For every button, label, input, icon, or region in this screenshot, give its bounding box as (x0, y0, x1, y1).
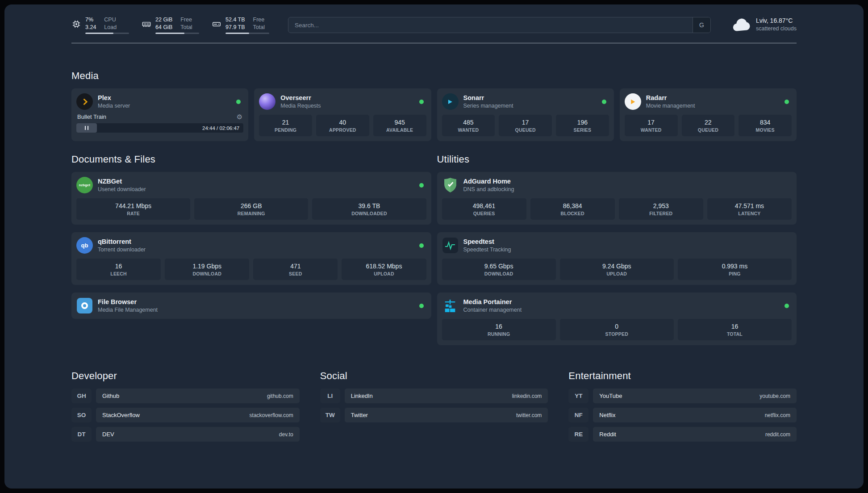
bookmark-link[interactable]: LinkedIn linkedin.com (345, 389, 548, 403)
bookmark-link[interactable]: Netflix netflix.com (593, 408, 797, 422)
bookmark-group-title: Developer (71, 370, 300, 382)
stat-tile: 618.52 Mbps UPLOAD (342, 259, 426, 280)
service-card-adguard[interactable]: AdGuard Home DNS and adblocking 498,461 … (437, 172, 797, 225)
bookmark-url: reddit.com (765, 431, 790, 438)
bookmark-group-title: Social (320, 370, 548, 382)
service-card-filebrowser[interactable]: File Browser Media File Management (71, 292, 431, 319)
stats-row: 744.21 Mbps RATE 266 GB REMAINING 39.6 T… (76, 198, 426, 220)
bookmark-abbr[interactable]: SO (71, 408, 92, 422)
media-grid: Plex Media server Bullet Train ⚙ 24:44 /… (71, 88, 797, 141)
stat-tile: 0 STOPPED (560, 319, 674, 340)
player-progress-bar[interactable]: 24:44 / 02:06:47 (76, 123, 243, 133)
filebrowser-icon (76, 297, 93, 314)
status-dot (419, 243, 424, 248)
bookmark-abbr[interactable]: YT (568, 389, 588, 403)
bookmark-url: youtube.com (760, 393, 790, 399)
bookmark-stackoverflow[interactable]: SO StackOverflow stackoverflow.com (71, 408, 300, 422)
bookmark-link[interactable]: DEV dev.to (96, 427, 300, 442)
bookmark-abbr[interactable]: GH (71, 389, 92, 403)
stat-tile: 86,384 BLOCKED (530, 198, 615, 220)
stat-label: WANTED (444, 127, 493, 133)
bookmark-abbr[interactable]: NF (568, 408, 588, 422)
cpu-usage-bar (85, 33, 129, 34)
disk-free-label: Free (253, 16, 265, 24)
service-text: NZBGet Usenet downloader (98, 178, 146, 192)
stat-tile: 9.65 Gbps DOWNLOAD (442, 259, 556, 280)
stat-tile: 2,953 FILTERED (619, 198, 703, 220)
bookmark-abbr[interactable]: LI (320, 389, 340, 403)
weather-location: Lviv, 16.87°C (756, 17, 797, 24)
weather-widget: Lviv, 16.87°C scattered clouds (731, 17, 797, 32)
stat-label: QUERIES (444, 211, 525, 216)
bookmark-url: linkedin.com (512, 393, 542, 399)
cpu-load-value: 3.24 (85, 24, 96, 31)
stats-row: 17 WANTED 22 QUEUED 834 MOVIES (625, 115, 792, 136)
cpu-icon (71, 19, 81, 29)
sonarr-icon (442, 93, 459, 110)
bookmark-list: YT YouTube youtube.com NF Netflix netfli… (568, 389, 797, 442)
bookmark-url: dev.to (279, 431, 293, 438)
stat-value: 618.52 Mbps (343, 263, 424, 270)
service-card-speedtest[interactable]: Speedtest Speedtest Tracking 9.65 Gbps D… (437, 232, 797, 285)
stat-value: 834 (740, 119, 790, 126)
bookmark-abbr[interactable]: RE (568, 427, 588, 442)
bookmark-name: DEV (102, 431, 114, 438)
bookmark-abbr[interactable]: DT (71, 427, 92, 442)
bookmark-group-social: Social LI LinkedIn linkedin.com TW Twitt… (320, 370, 548, 442)
service-card-qbittorrent[interactable]: qb qBittorrent Torrent downloader 16 LEE… (71, 232, 431, 285)
bookmark-name: Reddit (599, 431, 616, 438)
adguard-icon (442, 177, 459, 193)
memory-widget: 22 GiB 64 GiB Free Total (142, 16, 199, 34)
stat-label: LATENCY (709, 211, 790, 216)
service-card-overseerr[interactable]: Overseerr Media Requests 21 PENDING 40 A… (254, 88, 431, 141)
bookmark-abbr[interactable]: TW (320, 408, 340, 422)
bookmark-link[interactable]: Github github.com (96, 389, 300, 403)
bookmark-link[interactable]: StackOverflow stackoverflow.com (96, 408, 300, 422)
bookmark-link[interactable]: Reddit reddit.com (593, 427, 797, 442)
bookmark-netflix[interactable]: NF Netflix netflix.com (568, 408, 797, 422)
search-provider-button[interactable]: G (693, 17, 710, 33)
stats-row: 9.65 Gbps DOWNLOAD 9.24 Gbps UPLOAD 0.99… (442, 259, 792, 280)
bookmark-reddit[interactable]: RE Reddit reddit.com (568, 427, 797, 442)
stat-value: 744.21 Mbps (78, 202, 188, 209)
bookmark-name: Github (102, 393, 119, 399)
bookmark-github[interactable]: GH Github github.com (71, 389, 300, 403)
cloud-icon (731, 17, 751, 32)
bookmark-link[interactable]: YouTube youtube.com (593, 389, 797, 403)
stat-label: LEECH (78, 271, 159, 276)
service-text: File Browser Media File Management (98, 298, 158, 313)
dashboard-panel: 7% 3.24 CPU Load (4, 4, 864, 489)
bookmark-linkedin[interactable]: LI LinkedIn linkedin.com (320, 389, 548, 403)
stat-label: RATE (78, 211, 188, 216)
service-card-sonarr[interactable]: Sonarr Series management 485 WANTED 17 Q… (437, 88, 614, 141)
service-card-plex[interactable]: Plex Media server Bullet Train ⚙ 24:44 /… (71, 88, 248, 141)
bookmark-dev[interactable]: DT DEV dev.to (71, 427, 300, 442)
stat-tile: 17 QUEUED (499, 115, 552, 136)
bookmark-twitter[interactable]: TW Twitter twitter.com (320, 408, 548, 422)
stats-row: 485 WANTED 17 QUEUED 196 SERIES (442, 115, 609, 136)
stat-label: STOPPED (562, 331, 672, 337)
stat-tile: 744.21 Mbps RATE (76, 198, 190, 220)
service-card-nzbget[interactable]: nzbget NZBGet Usenet downloader 744.21 M… (71, 172, 431, 225)
bookmark-link[interactable]: Twitter twitter.com (345, 408, 548, 422)
service-description: Torrent downloader (98, 246, 146, 253)
service-text: Speedtest Speedtest Tracking (463, 238, 511, 253)
speedtest-icon (442, 237, 459, 254)
bookmark-youtube[interactable]: YT YouTube youtube.com (568, 389, 797, 403)
stat-label: BLOCKED (532, 211, 613, 216)
pause-icon[interactable] (76, 123, 97, 133)
bookmark-name: Netflix (599, 412, 615, 418)
search-input[interactable] (288, 17, 711, 33)
stat-tile: 40 APPROVED (316, 115, 369, 136)
gear-icon[interactable]: ⚙ (237, 113, 242, 120)
stat-value: 86,384 (532, 202, 613, 209)
service-card-radarr[interactable]: Radarr Movie management 17 WANTED 22 QUE… (620, 88, 797, 141)
stat-tile: 1.19 Gbps DOWNLOAD (165, 259, 249, 280)
status-dot (419, 100, 424, 104)
stat-value: 945 (375, 119, 425, 126)
service-description: Movie management (646, 103, 695, 109)
stat-value: 22 (684, 119, 733, 126)
service-card-portainer[interactable]: Media Portainer Container management 16 … (437, 292, 797, 345)
service-name: Overseerr (280, 94, 321, 101)
radarr-icon (625, 93, 641, 110)
